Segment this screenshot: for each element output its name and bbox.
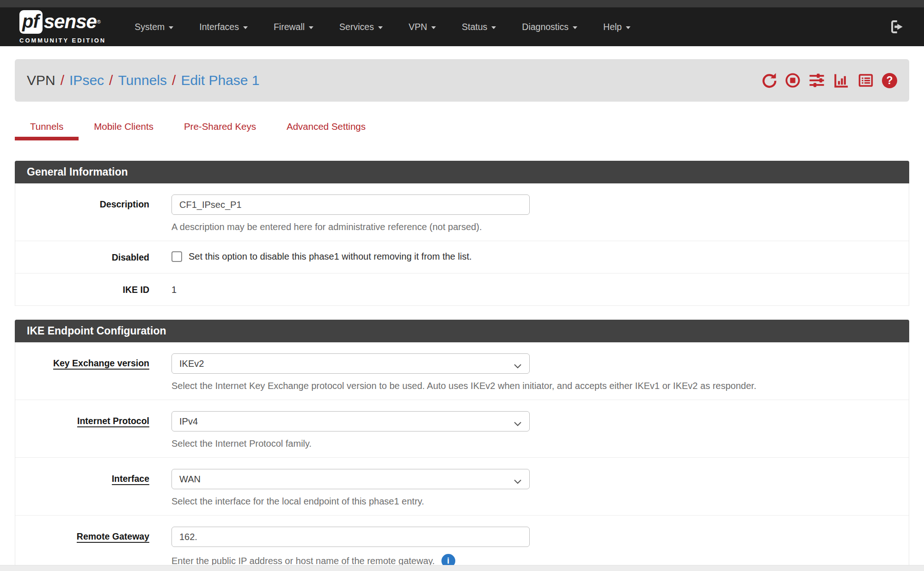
disabled-label: Disabled — [15, 251, 149, 263]
breadcrumb-tunnels-link[interactable]: Tunnels — [118, 73, 167, 88]
breadcrumb-bar: VPN / IPsec / Tunnels / Edit Phase 1 — [15, 59, 909, 102]
chevron-down-icon — [378, 26, 383, 29]
description-help: A description may be entered here for ad… — [171, 222, 909, 232]
logout-button[interactable] — [889, 19, 905, 35]
chevron-down-icon — [243, 26, 248, 29]
breadcrumb-separator: / — [172, 73, 176, 88]
internet-protocol-select[interactable]: IPv4 — [171, 411, 530, 431]
interface-help: Select the interface for the local endpo… — [171, 496, 909, 507]
pf-badge: pf — [19, 10, 43, 34]
ike-id-label: IKE ID — [15, 284, 149, 295]
main-navbar: pf sense ® COMMUNITY EDITION System Inte… — [0, 7, 924, 46]
panel-ike-endpoint-configuration: IKE Endpoint Configuration Key Exchange … — [15, 320, 909, 571]
key-exchange-version-label: Key Exchange version — [15, 353, 149, 391]
internet-protocol-label: Internet Protocol — [15, 411, 149, 449]
breadcrumb-separator: / — [109, 73, 113, 88]
key-exchange-version-help: Select the Internet Key Exchange protoco… — [171, 381, 909, 391]
tab-bar: Tunnels Mobile Clients Pre-Shared Keys A… — [15, 117, 909, 140]
select-value: IKEv2 — [179, 358, 204, 369]
chevron-down-icon — [169, 26, 173, 29]
log-icon[interactable] — [857, 73, 874, 88]
remote-gateway-input[interactable] — [171, 527, 530, 547]
select-value: WAN — [179, 474, 201, 485]
nav-item-help[interactable]: Help — [590, 22, 643, 32]
remote-gateway-label: Remote Gateway — [15, 527, 149, 568]
select-value: IPv4 — [179, 416, 198, 427]
nav-item-firewall[interactable]: Firewall — [261, 22, 326, 32]
sense-text: sense — [44, 12, 97, 31]
chevron-down-icon — [626, 26, 630, 29]
nav-item-label: Help — [603, 22, 622, 32]
nav-item-interfaces[interactable]: Interfaces — [186, 22, 261, 32]
chevron-down-icon — [514, 361, 522, 371]
nav-item-vpn[interactable]: VPN — [396, 22, 449, 32]
tab-advanced-settings[interactable]: Advanced Settings — [271, 117, 381, 140]
pfsense-logo[interactable]: pf sense ® COMMUNITY EDITION — [19, 10, 106, 44]
disabled-checkbox-label: Set this option to disable this phase1 w… — [189, 251, 472, 262]
ike-id-value: 1 — [171, 284, 909, 295]
sliders-icon[interactable] — [808, 73, 825, 88]
nav-item-status[interactable]: Status — [449, 22, 509, 32]
internet-protocol-help: Select the Internet Protocol family. — [171, 438, 909, 449]
nav-item-label: Status — [462, 22, 487, 32]
breadcrumb: VPN / IPsec / Tunnels / Edit Phase 1 — [27, 73, 260, 88]
form-row-description: Description A description may be entered… — [15, 183, 909, 241]
stop-icon[interactable] — [785, 73, 801, 88]
nav-item-diagnostics[interactable]: Diagnostics — [509, 22, 590, 32]
nav-item-label: Services — [339, 22, 374, 32]
interface-label: Interface — [15, 469, 149, 507]
section-title: General Information — [15, 161, 909, 183]
breadcrumb-edit-phase1-link[interactable]: Edit Phase 1 — [181, 73, 259, 88]
form-row-interface: Interface WAN Select the interface for t… — [15, 458, 909, 516]
chevron-down-icon — [573, 26, 577, 29]
help-icon[interactable]: ? — [882, 73, 897, 88]
community-edition-label: COMMUNITY EDITION — [19, 37, 106, 44]
form-row-key-exchange-version: Key Exchange version IKEv2 Select the In… — [15, 342, 909, 400]
pfsense-logo-text: pf sense ® — [19, 10, 106, 34]
registered-mark: ® — [97, 19, 101, 24]
chart-icon[interactable] — [833, 73, 850, 88]
form-row-ike-id: IKE ID 1 — [15, 273, 909, 306]
nav-item-label: Diagnostics — [522, 22, 569, 32]
breadcrumb-action-icons: ? — [761, 73, 897, 88]
tab-mobile-clients[interactable]: Mobile Clients — [79, 117, 169, 140]
page-bottom-strip — [0, 565, 924, 571]
nav-item-system[interactable]: System — [122, 22, 186, 32]
form-row-remote-gateway: Remote Gateway Enter the public IP addre… — [15, 516, 909, 571]
description-label: Description — [15, 194, 149, 232]
disabled-checkbox[interactable] — [171, 251, 182, 262]
panel-general-information: General Information Description A descri… — [15, 161, 909, 306]
chevron-down-icon — [514, 476, 522, 487]
breadcrumb-separator: / — [61, 73, 64, 88]
nav-item-label: System — [135, 22, 165, 32]
nav-menu: System Interfaces Firewall Services VPN … — [122, 22, 643, 32]
form-row-disabled: Disabled Set this option to disable this… — [15, 241, 909, 273]
refresh-icon[interactable] — [761, 73, 777, 88]
nav-item-label: VPN — [409, 22, 427, 32]
chevron-down-icon — [309, 26, 313, 29]
logout-icon — [889, 19, 905, 35]
window-top-strip — [0, 0, 924, 7]
breadcrumb-vpn: VPN — [27, 73, 55, 88]
interface-select[interactable]: WAN — [171, 469, 530, 489]
tab-tunnels[interactable]: Tunnels — [15, 117, 79, 140]
nav-item-label: Firewall — [274, 22, 305, 32]
chevron-down-icon — [491, 26, 496, 29]
section-title: IKE Endpoint Configuration — [15, 320, 909, 342]
nav-item-label: Interfaces — [199, 22, 239, 32]
tab-pre-shared-keys[interactable]: Pre-Shared Keys — [169, 117, 271, 140]
description-input[interactable] — [171, 194, 530, 215]
breadcrumb-ipsec-link[interactable]: IPsec — [69, 73, 104, 88]
chevron-down-icon — [431, 26, 436, 29]
key-exchange-version-select[interactable]: IKEv2 — [171, 353, 530, 374]
chevron-down-icon — [514, 419, 522, 429]
form-row-internet-protocol: Internet Protocol IPv4 Select the Intern… — [15, 400, 909, 458]
nav-item-services[interactable]: Services — [326, 22, 396, 32]
